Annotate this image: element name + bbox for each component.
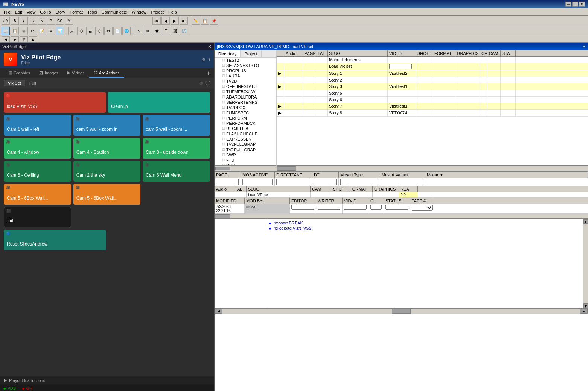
draw-btn[interactable]: ✏ bbox=[144, 27, 152, 35]
mos-scrollbar-v[interactable]: ▲ ▼ bbox=[583, 219, 588, 308]
dir-item-test2[interactable]: ☐TEST2 bbox=[215, 58, 276, 63]
btn-italic[interactable]: I bbox=[20, 17, 28, 25]
input-mosart-variant[interactable] bbox=[382, 179, 423, 185]
dir-item-nrk[interactable]: ☐NRK bbox=[215, 163, 276, 165]
scrollbar-thumb[interactable] bbox=[215, 167, 230, 170]
btn-bold[interactable]: B bbox=[11, 17, 19, 25]
action-btn-3[interactable]: 📌 bbox=[210, 17, 218, 25]
view-btn-5[interactable]: 📝 bbox=[38, 27, 46, 35]
dir-item-ftu[interactable]: ☐FTU bbox=[215, 158, 276, 163]
dir-scrollbar-h[interactable] bbox=[215, 165, 276, 171]
props-scrollbar-h[interactable] bbox=[215, 214, 588, 219]
input-dt[interactable] bbox=[314, 179, 337, 185]
menu-tools[interactable]: Tools bbox=[85, 9, 99, 15]
close-button[interactable]: ✕ bbox=[579, 2, 585, 7]
view-btn-6[interactable]: 🖥 bbox=[47, 27, 55, 35]
btn-p[interactable]: P bbox=[47, 17, 55, 25]
menu-story[interactable]: Story bbox=[53, 9, 68, 15]
cam5-6box-1-button[interactable]: 🎥 Cam 5 - 6Box Wall... bbox=[4, 184, 71, 205]
nav-first[interactable]: ⏮ bbox=[152, 17, 161, 25]
story-row-manual[interactable]: Manual elements bbox=[277, 57, 588, 63]
tab-images[interactable]: 🖼 Images bbox=[35, 68, 63, 78]
dir-item-themebox[interactable]: ☐THEMEBOXLW bbox=[215, 89, 276, 94]
dir-item-abaroll[interactable]: ☐ABAROLLFORA bbox=[215, 94, 276, 100]
tool-btn-5[interactable]: ↺ bbox=[104, 27, 113, 35]
view-btn-4[interactable]: 🗂 bbox=[29, 27, 37, 35]
nav-next[interactable]: ▶ bbox=[171, 17, 179, 25]
dir-item-offline[interactable]: ☐OFFLINESTATU bbox=[215, 84, 276, 89]
tool-btn-1[interactable]: 🖋 bbox=[68, 27, 76, 35]
cam6-ceiling-button[interactable]: 🎥 Cam 6 - Ceilling bbox=[4, 161, 71, 182]
btn-aa[interactable]: aA bbox=[2, 17, 10, 25]
vid-id-input[interactable] bbox=[389, 64, 412, 69]
btn-cc[interactable]: CC bbox=[56, 17, 64, 25]
menu-communicate[interactable]: Communicate bbox=[99, 9, 129, 15]
dir-item-flashclip[interactable]: ☐FLASHCLIPCUE bbox=[215, 131, 276, 136]
bottom-scrollbar-h[interactable]: ◀ ▶ bbox=[215, 308, 588, 314]
tab-project[interactable]: Project bbox=[241, 50, 261, 57]
minimize-button[interactable]: — bbox=[565, 2, 571, 7]
action-btn-1[interactable]: ✏️ bbox=[192, 17, 200, 25]
shape-btn[interactable]: ⬟ bbox=[153, 27, 161, 35]
menu-file[interactable]: File bbox=[2, 9, 13, 15]
nav-prev[interactable]: ◀ bbox=[161, 17, 170, 25]
view-btn-7[interactable]: 📊 bbox=[56, 27, 64, 35]
props-scrollbar-thumb[interactable] bbox=[215, 214, 230, 219]
vpe-settings-icon[interactable]: ⚙ bbox=[202, 57, 206, 62]
media-btn[interactable]: 🖼 bbox=[171, 27, 179, 35]
inews-close-button[interactable]: ✕ bbox=[582, 44, 586, 49]
dir-item-tv2dfgx[interactable]: ☐TV2DFGX bbox=[215, 105, 276, 110]
sm-btn-3[interactable]: ▽ bbox=[20, 36, 28, 42]
dir-item-performbck[interactable]: ☐PERFORMBCK bbox=[215, 121, 276, 126]
sm-btn-1[interactable]: ◀ bbox=[2, 36, 10, 42]
dir-item-servertemp[interactable]: ☐SERVERTEMPS bbox=[215, 100, 276, 105]
view-btn-2[interactable]: 📋 bbox=[11, 27, 19, 35]
scroll-right-btn[interactable]: ▶ bbox=[580, 309, 588, 314]
story-row-6[interactable]: Story 6 bbox=[277, 97, 588, 103]
dir-item-proplus[interactable]: ☐PROPLUS bbox=[215, 68, 276, 73]
menu-format[interactable]: Format bbox=[67, 9, 85, 15]
sm-btn-2[interactable]: ▶ bbox=[11, 36, 19, 42]
reset-slides-button[interactable]: 🔵 Reset SlidesAndrew bbox=[4, 230, 106, 250]
view-btn-3[interactable]: ⊞ bbox=[20, 27, 28, 35]
tool-btn-3[interactable]: 🖨 bbox=[86, 27, 94, 35]
dir-item-swr[interactable]: ☐SWR bbox=[215, 152, 276, 158]
load-vizrt-button[interactable]: 🔴 load Vizrt_VSS bbox=[4, 92, 106, 113]
dir-item-perform[interactable]: ☐PERFORM bbox=[215, 115, 276, 121]
btn-n[interactable]: N bbox=[38, 17, 46, 25]
maximize-button[interactable]: □ bbox=[572, 2, 578, 7]
cam6-wall-menu-button[interactable]: 🎥 Cam 6 Wall Menu bbox=[143, 161, 210, 182]
cam2-sky-button[interactable]: 🎥 Cam 2 the sky bbox=[73, 161, 141, 182]
input-directtake[interactable] bbox=[276, 179, 310, 185]
cam3-upside-down-button[interactable]: 🎥 Cam 3 - upside down bbox=[143, 138, 210, 159]
dir-item-tv2full1[interactable]: ☐TV2FULLGRAP bbox=[215, 142, 276, 147]
cam5-6box-2-button[interactable]: 🎥 Cam 5 - 6Box Wall... bbox=[73, 184, 141, 205]
subtab-settings-icon[interactable]: ⚙ bbox=[199, 81, 203, 86]
tool-btn-6[interactable]: 📄 bbox=[113, 27, 122, 35]
tool-btn-7[interactable]: 🌐 bbox=[122, 27, 131, 35]
tab-videos[interactable]: ▶ Videos bbox=[63, 68, 89, 78]
init-button[interactable]: ⬛ Init bbox=[4, 207, 71, 227]
menu-view[interactable]: View bbox=[24, 9, 38, 15]
story-row-1[interactable]: ▶ Story 1 VizrtTest2 bbox=[277, 70, 588, 77]
story-scrollbar-thumb[interactable] bbox=[277, 166, 296, 171]
select-tape[interactable] bbox=[412, 205, 433, 211]
input-editor[interactable] bbox=[291, 205, 314, 210]
input-writer[interactable] bbox=[318, 205, 340, 210]
story-row-load-vr[interactable]: Load VR set bbox=[277, 63, 588, 70]
cleanup-button[interactable]: Cleanup bbox=[108, 92, 210, 113]
dir-item-laura[interactable]: ☐LAURA bbox=[215, 73, 276, 79]
mos-scroll-up[interactable]: ▲ bbox=[583, 219, 588, 224]
btn-m[interactable]: M bbox=[65, 17, 73, 25]
cam5-zoom-in-button[interactable]: 🎥 cam 5 wall - zoom in bbox=[73, 115, 141, 136]
tool-btn-4[interactable]: ⬡ bbox=[95, 27, 104, 35]
story-row-7[interactable]: ▶ Story 7 VizrtTest1 bbox=[277, 103, 588, 110]
tab-graphics[interactable]: ▦ Graphics bbox=[4, 68, 35, 78]
sm-btn-4[interactable]: ▲ bbox=[29, 36, 37, 42]
menu-project[interactable]: Project bbox=[149, 9, 166, 15]
refresh-btn[interactable]: 🔄 bbox=[180, 27, 188, 35]
tab-directory[interactable]: Directory bbox=[215, 50, 241, 57]
tool-btn-2[interactable]: ⬡ bbox=[77, 27, 85, 35]
panel-close-button[interactable]: ✕ bbox=[208, 44, 212, 49]
story-row-2[interactable]: Story 2 bbox=[277, 77, 588, 83]
